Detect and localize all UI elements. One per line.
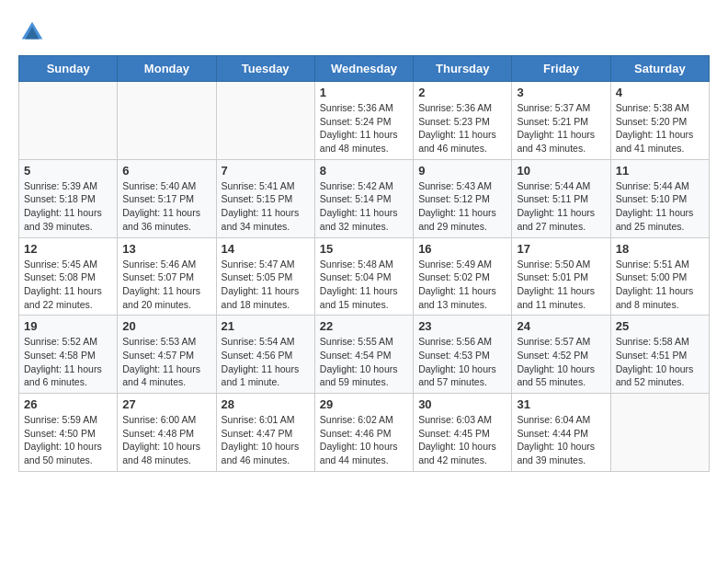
day-info: Sunrise: 5:36 AMSunset: 5:23 PMDaylight:… xyxy=(418,101,506,155)
day-number: 14 xyxy=(222,242,310,256)
day-cell: 3Sunrise: 5:37 AMSunset: 5:21 PMDaylight… xyxy=(512,82,610,160)
empty-cell xyxy=(118,82,216,160)
empty-cell xyxy=(19,82,118,160)
day-number: 1 xyxy=(320,86,408,99)
day-number: 10 xyxy=(517,164,605,178)
calendar-week-row: 12Sunrise: 5:45 AMSunset: 5:08 PMDayligh… xyxy=(19,237,710,316)
day-cell: 16Sunrise: 5:49 AMSunset: 5:02 PMDayligh… xyxy=(414,237,512,316)
day-number: 13 xyxy=(122,242,210,256)
day-header-tuesday: Tuesday xyxy=(216,56,314,82)
day-cell: 22Sunrise: 5:55 AMSunset: 4:54 PMDayligh… xyxy=(314,316,413,394)
day-number: 8 xyxy=(320,164,408,178)
day-info: Sunrise: 5:53 AMSunset: 4:57 PMDaylight:… xyxy=(122,335,210,389)
day-cell: 10Sunrise: 5:44 AMSunset: 5:11 PMDayligh… xyxy=(512,159,610,237)
day-number: 30 xyxy=(418,397,506,411)
day-cell: 15Sunrise: 5:48 AMSunset: 5:04 PMDayligh… xyxy=(314,237,413,316)
day-info: Sunrise: 5:37 AMSunset: 5:21 PMDaylight:… xyxy=(517,101,605,155)
day-header-saturday: Saturday xyxy=(610,56,709,82)
calendar-week-row: 26Sunrise: 5:59 AMSunset: 4:50 PMDayligh… xyxy=(19,394,710,472)
day-info: Sunrise: 5:45 AMSunset: 5:08 PMDaylight:… xyxy=(24,258,112,312)
day-info: Sunrise: 5:36 AMSunset: 5:24 PMDaylight:… xyxy=(320,101,408,155)
day-number: 25 xyxy=(616,319,704,333)
day-number: 31 xyxy=(517,397,605,411)
day-number: 20 xyxy=(122,319,210,333)
day-cell: 17Sunrise: 5:50 AMSunset: 5:01 PMDayligh… xyxy=(512,237,610,316)
empty-cell xyxy=(216,82,314,160)
day-cell: 9Sunrise: 5:43 AMSunset: 5:12 PMDaylight… xyxy=(414,159,512,237)
day-info: Sunrise: 5:38 AMSunset: 5:20 PMDaylight:… xyxy=(616,101,704,155)
day-cell: 18Sunrise: 5:51 AMSunset: 5:00 PMDayligh… xyxy=(610,237,709,316)
day-cell: 27Sunrise: 6:00 AMSunset: 4:48 PMDayligh… xyxy=(118,394,216,472)
day-header-monday: Monday xyxy=(118,56,216,82)
day-number: 18 xyxy=(616,242,704,256)
day-cell: 26Sunrise: 5:59 AMSunset: 4:50 PMDayligh… xyxy=(19,394,118,472)
day-info: Sunrise: 6:04 AMSunset: 4:44 PMDaylight:… xyxy=(517,413,605,467)
day-cell: 7Sunrise: 5:41 AMSunset: 5:15 PMDaylight… xyxy=(216,159,314,237)
page-header xyxy=(18,18,710,46)
day-number: 21 xyxy=(222,319,310,333)
day-number: 9 xyxy=(418,164,506,178)
empty-cell xyxy=(610,394,709,472)
logo xyxy=(18,18,50,46)
day-number: 6 xyxy=(122,164,210,178)
day-header-wednesday: Wednesday xyxy=(314,56,413,82)
day-number: 22 xyxy=(320,319,408,333)
day-number: 15 xyxy=(320,242,408,256)
day-number: 16 xyxy=(418,242,506,256)
day-info: Sunrise: 5:46 AMSunset: 5:07 PMDaylight:… xyxy=(122,258,210,312)
day-info: Sunrise: 5:54 AMSunset: 4:56 PMDaylight:… xyxy=(222,335,310,389)
day-number: 24 xyxy=(517,319,605,333)
day-number: 27 xyxy=(122,397,210,411)
day-info: Sunrise: 6:01 AMSunset: 4:47 PMDaylight:… xyxy=(222,413,310,467)
day-number: 5 xyxy=(24,164,112,178)
day-cell: 4Sunrise: 5:38 AMSunset: 5:20 PMDaylight… xyxy=(610,82,709,160)
day-info: Sunrise: 5:52 AMSunset: 4:58 PMDaylight:… xyxy=(24,335,112,389)
day-cell: 31Sunrise: 6:04 AMSunset: 4:44 PMDayligh… xyxy=(512,394,610,472)
day-header-sunday: Sunday xyxy=(19,56,118,82)
day-number: 17 xyxy=(517,242,605,256)
day-number: 7 xyxy=(222,164,310,178)
day-number: 2 xyxy=(418,86,506,99)
day-info: Sunrise: 5:39 AMSunset: 5:18 PMDaylight:… xyxy=(24,179,112,234)
day-cell: 14Sunrise: 5:47 AMSunset: 5:05 PMDayligh… xyxy=(216,237,314,316)
day-info: Sunrise: 5:41 AMSunset: 5:15 PMDaylight:… xyxy=(222,179,310,234)
calendar-header-row: SundayMondayTuesdayWednesdayThursdayFrid… xyxy=(19,56,710,82)
day-number: 23 xyxy=(418,319,506,333)
day-cell: 23Sunrise: 5:56 AMSunset: 4:53 PMDayligh… xyxy=(414,316,512,394)
logo-icon xyxy=(18,18,46,46)
day-cell: 21Sunrise: 5:54 AMSunset: 4:56 PMDayligh… xyxy=(216,316,314,394)
day-cell: 20Sunrise: 5:53 AMSunset: 4:57 PMDayligh… xyxy=(118,316,216,394)
day-cell: 13Sunrise: 5:46 AMSunset: 5:07 PMDayligh… xyxy=(118,237,216,316)
day-cell: 12Sunrise: 5:45 AMSunset: 5:08 PMDayligh… xyxy=(19,237,118,316)
calendar-table: SundayMondayTuesdayWednesdayThursdayFrid… xyxy=(18,55,710,472)
day-cell: 8Sunrise: 5:42 AMSunset: 5:14 PMDaylight… xyxy=(314,159,413,237)
calendar-week-row: 5Sunrise: 5:39 AMSunset: 5:18 PMDaylight… xyxy=(19,159,710,237)
day-cell: 29Sunrise: 6:02 AMSunset: 4:46 PMDayligh… xyxy=(314,394,413,472)
day-number: 4 xyxy=(616,86,704,99)
day-number: 12 xyxy=(24,242,112,256)
day-info: Sunrise: 5:55 AMSunset: 4:54 PMDaylight:… xyxy=(320,335,408,389)
day-cell: 19Sunrise: 5:52 AMSunset: 4:58 PMDayligh… xyxy=(19,316,118,394)
day-info: Sunrise: 5:50 AMSunset: 5:01 PMDaylight:… xyxy=(517,258,605,312)
day-number: 28 xyxy=(222,397,310,411)
day-cell: 6Sunrise: 5:40 AMSunset: 5:17 PMDaylight… xyxy=(118,159,216,237)
day-number: 11 xyxy=(616,164,704,178)
day-number: 26 xyxy=(24,397,112,411)
day-number: 3 xyxy=(517,86,605,99)
calendar-week-row: 19Sunrise: 5:52 AMSunset: 4:58 PMDayligh… xyxy=(19,316,710,394)
day-header-thursday: Thursday xyxy=(414,56,512,82)
calendar-week-row: 1Sunrise: 5:36 AMSunset: 5:24 PMDaylight… xyxy=(19,82,710,160)
day-info: Sunrise: 5:47 AMSunset: 5:05 PMDaylight:… xyxy=(222,258,310,312)
day-info: Sunrise: 5:44 AMSunset: 5:10 PMDaylight:… xyxy=(616,179,704,234)
day-info: Sunrise: 5:44 AMSunset: 5:11 PMDaylight:… xyxy=(517,179,605,234)
day-info: Sunrise: 5:42 AMSunset: 5:14 PMDaylight:… xyxy=(320,179,408,234)
day-cell: 1Sunrise: 5:36 AMSunset: 5:24 PMDaylight… xyxy=(314,82,413,160)
day-info: Sunrise: 6:03 AMSunset: 4:45 PMDaylight:… xyxy=(418,413,506,467)
day-cell: 30Sunrise: 6:03 AMSunset: 4:45 PMDayligh… xyxy=(414,394,512,472)
day-info: Sunrise: 5:48 AMSunset: 5:04 PMDaylight:… xyxy=(320,258,408,312)
day-header-friday: Friday xyxy=(512,56,610,82)
day-info: Sunrise: 5:59 AMSunset: 4:50 PMDaylight:… xyxy=(24,413,112,467)
day-cell: 25Sunrise: 5:58 AMSunset: 4:51 PMDayligh… xyxy=(610,316,709,394)
day-cell: 2Sunrise: 5:36 AMSunset: 5:23 PMDaylight… xyxy=(414,82,512,160)
day-info: Sunrise: 6:02 AMSunset: 4:46 PMDaylight:… xyxy=(320,413,408,467)
